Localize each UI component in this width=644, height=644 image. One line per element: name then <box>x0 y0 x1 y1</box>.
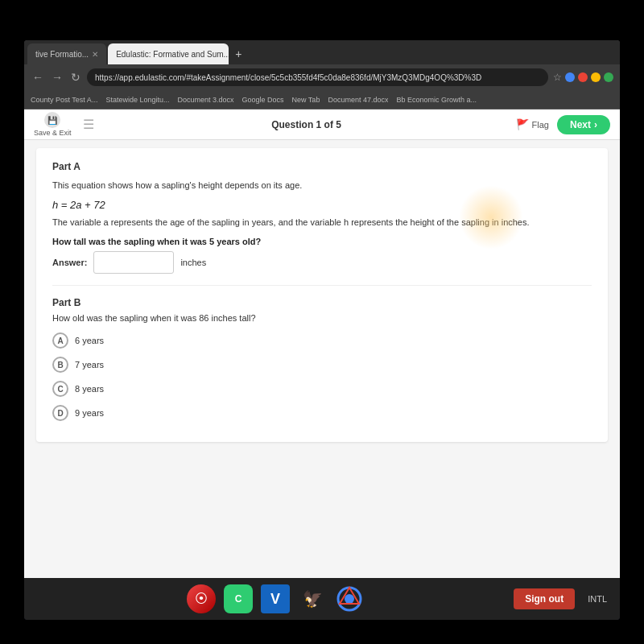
option-b-text: 7 years <box>75 360 104 369</box>
save-exit-label: Save & Exit <box>34 129 72 137</box>
bookmark-econ[interactable]: Bb Economic Growth a... <box>396 96 477 104</box>
flag-label: Flag <box>532 120 549 130</box>
refresh-button[interactable]: ↻ <box>69 69 82 85</box>
taskbar-icons: ⦿ C V 🦅 <box>37 584 514 613</box>
question-content: Part A This equation shows how a sapling… <box>36 148 608 442</box>
taskbar-icon-1[interactable]: ⦿ <box>187 584 216 613</box>
address-input[interactable] <box>87 68 548 86</box>
star-icon[interactable]: ☆ <box>553 72 562 83</box>
tab-label: tive Formatio... <box>35 50 89 59</box>
icon3 <box>604 72 613 82</box>
app-toolbar: 💾 Save & Exit ☰ Question 1 of 5 🚩 Flag N… <box>24 109 620 140</box>
bookmark-gdocs[interactable]: Google Docs <box>242 96 284 104</box>
part-b-question: How old was the sapling when it was 86 i… <box>52 313 592 323</box>
forward-button[interactable]: → <box>50 69 64 85</box>
taskbar-icon-campus[interactable]: C <box>224 584 253 613</box>
equation: h = 2a + 72 <box>52 199 592 211</box>
option-d[interactable]: D 9 years <box>52 405 592 421</box>
tab-bar: tive Formatio... ✕ Edulastic: Formative … <box>24 40 620 64</box>
bookmark-doc47[interactable]: Document 47.docx <box>328 96 388 104</box>
save-exit-button[interactable]: 💾 Save & Exit <box>34 112 72 137</box>
taskbar: ⦿ C V 🦅 Sign out INTL <box>24 578 620 620</box>
bookmarks-bar: County Post Test A... Statewide Longitu.… <box>24 90 620 109</box>
taskbar-right: Sign out INTL <box>514 588 607 609</box>
option-b-circle: B <box>52 357 68 373</box>
taskbar-icon-chrome[interactable] <box>335 584 364 613</box>
bookmark-newtab[interactable]: New Tab <box>292 96 320 104</box>
save-icon: 💾 <box>44 112 60 128</box>
taskbar-icon-bird[interactable]: 🦅 <box>298 584 327 613</box>
answer-row: Answer: inches <box>52 251 592 274</box>
answer-unit: inches <box>180 258 206 267</box>
new-tab-button[interactable]: + <box>230 46 246 62</box>
address-bar-row: ← → ↻ ☆ <box>24 64 620 90</box>
option-c-text: 8 years <box>75 384 104 394</box>
option-b[interactable]: B 7 years <box>52 357 592 373</box>
option-a[interactable]: A 6 years <box>52 332 592 349</box>
flag-button[interactable]: 🚩 Flag <box>516 118 549 130</box>
flag-icon: 🚩 <box>516 118 529 130</box>
toolbar-icons: ☆ <box>553 72 613 83</box>
tab-label-active: Edulastic: Formative and Sum... <box>116 50 229 59</box>
next-label: Next <box>570 119 591 130</box>
profile-icon <box>565 72 575 82</box>
icon1 <box>578 72 588 82</box>
variable-description: The variable a represents the age of the… <box>52 216 592 229</box>
option-a-text: 6 years <box>75 336 104 345</box>
question-counter: Question 1 of 5 <box>105 119 508 130</box>
option-d-circle: D <box>52 405 68 421</box>
intl-label: INTL <box>588 594 607 604</box>
option-c-circle: C <box>52 381 68 397</box>
tab-formative[interactable]: tive Formatio... ✕ <box>27 43 106 64</box>
bookmark-county[interactable]: County Post Test A... <box>31 96 97 104</box>
bookmark-statewide[interactable]: Statewide Longitu... <box>105 96 169 104</box>
tab-edulastic[interactable]: Edulastic: Formative and Sum... ✕ <box>108 43 229 64</box>
section-divider <box>52 285 592 286</box>
part-a-heading: Part A <box>52 161 592 172</box>
back-button[interactable]: ← <box>31 69 45 85</box>
intro-text: This equation shows how a sapling's heig… <box>52 179 592 192</box>
tab-close-formative[interactable]: ✕ <box>92 50 98 59</box>
answer-label: Answer: <box>52 258 87 267</box>
option-d-text: 9 years <box>75 408 104 418</box>
bookmark-doc3[interactable]: Document 3.docx <box>177 96 233 104</box>
svg-point-1 <box>345 594 354 604</box>
taskbar-icon-v[interactable]: V <box>261 584 290 613</box>
menu-icon[interactable]: ☰ <box>83 117 94 132</box>
sign-out-button[interactable]: Sign out <box>514 588 575 609</box>
option-c[interactable]: C 8 years <box>52 381 592 397</box>
part-b-heading: Part B <box>52 297 592 308</box>
next-button[interactable]: Next › <box>557 115 610 134</box>
answer-input[interactable] <box>93 251 174 274</box>
option-a-circle: A <box>52 332 68 349</box>
next-chevron-icon: › <box>594 119 597 130</box>
part-a-question: How tall was the sapling when it was 5 y… <box>52 237 592 246</box>
icon2 <box>591 72 601 82</box>
content-area: Part A This equation shows how a sapling… <box>24 140 620 609</box>
